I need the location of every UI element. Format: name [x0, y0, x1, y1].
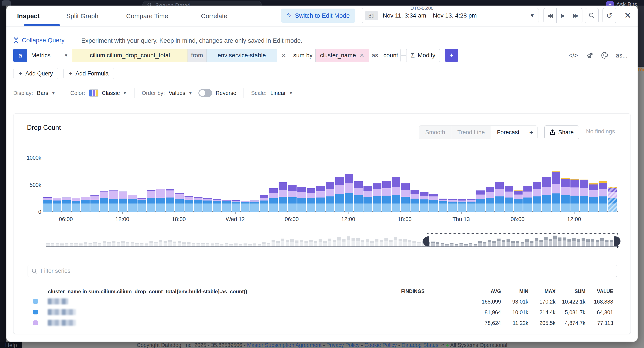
chart-bar[interactable] — [72, 198, 80, 212]
footer-link-msa[interactable]: Master Subscription Agreement — [247, 342, 322, 348]
chart-bar[interactable] — [307, 188, 315, 212]
chart-bar[interactable] — [203, 198, 212, 212]
collapse-query-link[interactable]: Collapse Query — [13, 37, 64, 44]
reverse-toggle[interactable] — [198, 89, 212, 97]
series-color-swatch[interactable] — [33, 320, 38, 325]
chart-bar[interactable] — [524, 186, 532, 212]
display-type-select[interactable]: Bars ▼ — [37, 90, 56, 96]
chart-bar[interactable] — [580, 179, 588, 212]
chart-bar[interactable] — [232, 200, 240, 212]
group-by-tag[interactable]: cluster_name ✕ — [316, 49, 369, 62]
chart-bar[interactable] — [81, 197, 90, 212]
footer-link-privacy[interactable]: Privacy Policy — [326, 342, 360, 348]
chart-bar[interactable] — [278, 182, 287, 212]
play-button[interactable]: ▶ — [556, 8, 570, 23]
chart-bar[interactable] — [429, 194, 438, 212]
chart-bar[interactable] — [533, 182, 541, 212]
ai-sparkle-button[interactable]: ✦ — [445, 49, 458, 62]
chart-bar[interactable] — [392, 177, 400, 212]
add-query-button[interactable]: + Add Query — [13, 68, 58, 79]
chart-bar[interactable] — [213, 199, 221, 212]
chart-bar[interactable] — [298, 187, 306, 212]
remove-group-by-icon[interactable]: ✕ — [360, 52, 364, 59]
chart-bar[interactable] — [476, 190, 485, 212]
chart-bar[interactable] — [119, 192, 127, 212]
chart-bar[interactable] — [194, 197, 202, 212]
global-search-input[interactable]: Search Datad — [142, 1, 262, 6]
explore-metric-button[interactable] — [586, 50, 594, 60]
chart-bar[interactable] — [100, 191, 108, 212]
modify-button[interactable]: Σ Modify — [406, 49, 440, 62]
chart-bar[interactable] — [288, 185, 296, 212]
chart-bar[interactable] — [316, 186, 325, 212]
brush-handle-right[interactable] — [614, 236, 620, 246]
chart-bar[interactable] — [410, 190, 419, 212]
chart-bar[interactable] — [109, 190, 118, 212]
chart-bar[interactable] — [354, 181, 362, 212]
chart-bar[interactable] — [128, 195, 137, 212]
style-palette-button[interactable] — [601, 50, 608, 60]
tab-inspect[interactable]: Inspect — [17, 12, 40, 20]
chart-bar[interactable] — [467, 199, 476, 212]
as-options-button[interactable]: as... — [616, 50, 628, 60]
chart-bar[interactable] — [504, 186, 513, 212]
chart-bar[interactable] — [250, 200, 259, 212]
remove-filter-button[interactable]: ✕ — [277, 49, 290, 62]
trend-line-button[interactable]: Trend Line — [451, 126, 491, 139]
order-by-select[interactable]: Values ▼ — [169, 90, 192, 96]
chart-bar[interactable] — [448, 199, 457, 212]
chart-bar[interactable] — [373, 184, 382, 212]
chart-bar[interactable] — [514, 190, 522, 212]
chart-bar[interactable] — [382, 181, 391, 212]
chart-bar[interactable] — [326, 182, 334, 212]
chart-bar[interactable] — [147, 190, 156, 212]
close-button[interactable]: ✕ — [621, 9, 634, 22]
chart-bar[interactable] — [608, 187, 617, 212]
add-mode-button[interactable]: + — [525, 126, 537, 139]
chart-bar[interactable] — [589, 184, 598, 212]
add-formula-button[interactable]: + Add Formula — [64, 68, 114, 79]
zoom-out-button[interactable] — [585, 8, 599, 23]
chart-bar[interactable] — [269, 188, 278, 212]
chart-bar[interactable] — [599, 181, 607, 212]
chart-bar[interactable] — [260, 196, 268, 212]
time-range-picker[interactable]: 3d Nov 11, 3:34 am – Nov 13, 4:28 pm ▼ — [362, 8, 539, 23]
tab-split-graph[interactable]: Split Graph — [66, 12, 98, 20]
chart-bar[interactable] — [241, 201, 250, 212]
reset-zoom-button[interactable]: ↺ — [602, 8, 616, 23]
tab-correlate[interactable]: Correlate — [201, 12, 227, 20]
series-row[interactable]: 168,09993.01k170.2k10,422.1k168,888 — [14, 297, 610, 307]
chart-bar[interactable] — [439, 198, 447, 212]
chart-bar[interactable] — [364, 186, 372, 212]
chart-bar[interactable] — [552, 172, 560, 212]
chart-bar[interactable] — [175, 193, 184, 212]
footer-link-status[interactable]: Datadog Status — [402, 342, 438, 348]
chart-bar[interactable] — [561, 178, 570, 212]
code-view-button[interactable]: </> — [569, 50, 578, 60]
chart-bar[interactable] — [53, 198, 61, 212]
forecast-button[interactable]: Forecast — [491, 126, 526, 139]
minimap-brush-selection[interactable] — [426, 234, 618, 249]
chart-bar[interactable] — [542, 177, 551, 212]
series-row[interactable]: 78,62411.22k205.5k4,874.7k77,113 — [14, 318, 610, 328]
series-color-swatch[interactable] — [33, 299, 38, 304]
series-color-swatch[interactable] — [33, 310, 38, 314]
footer-link-cookie[interactable]: Cookie Policy — [364, 342, 396, 348]
chart-bar[interactable] — [184, 196, 193, 212]
chart-bar[interactable] — [166, 189, 174, 212]
palette-select[interactable]: Classic ▼ — [102, 90, 127, 96]
chart-bar[interactable] — [420, 192, 428, 212]
tab-compare-time[interactable]: Compare Time — [126, 12, 168, 20]
shift-back-button[interactable]: ◀◀ — [544, 8, 556, 23]
chart-bar[interactable] — [570, 179, 579, 212]
series-row[interactable]: 81,96410.01k214.4k5,081.7k64,301 — [14, 308, 610, 318]
chart-bar[interactable] — [458, 199, 466, 212]
data-source-select[interactable]: Metrics ▼ — [27, 49, 72, 62]
chart-bar[interactable] — [335, 177, 344, 212]
chart-bar[interactable] — [138, 198, 146, 212]
help-button[interactable]: Help — [5, 342, 17, 348]
chart-bar[interactable] — [345, 174, 353, 212]
chart-bar[interactable] — [156, 188, 165, 212]
filter-tag[interactable]: env:service-stable — [206, 49, 277, 62]
chart-bar[interactable] — [495, 182, 504, 212]
